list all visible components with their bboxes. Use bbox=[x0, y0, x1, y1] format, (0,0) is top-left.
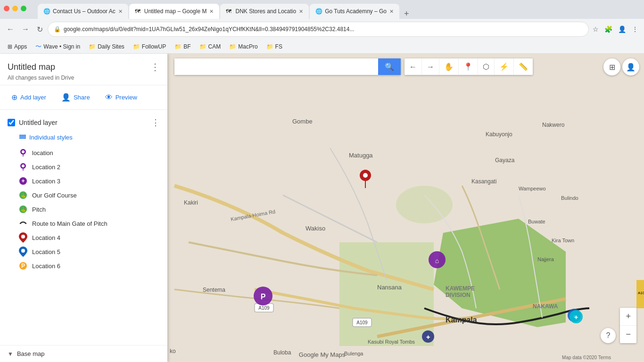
tab-close-dnk[interactable]: ✕ bbox=[299, 8, 303, 15]
bookmark-cam[interactable]: 📁 CAM bbox=[196, 42, 225, 51]
individual-styles[interactable]: Individual styles bbox=[0, 132, 167, 146]
bookmark-star-button[interactable]: ☆ bbox=[591, 24, 601, 35]
svg-text:+: + bbox=[574, 313, 578, 321]
tab-dnk[interactable]: 🗺 DNK Stores and Locatio ✕ bbox=[220, 4, 309, 19]
svg-text:Gombe: Gombe bbox=[292, 118, 313, 125]
list-item[interactable]: P Location 6 bbox=[0, 259, 167, 273]
marker-button[interactable]: 📍 bbox=[459, 58, 478, 75]
share-icon: 👤 bbox=[61, 93, 71, 102]
help-icon: ? bbox=[606, 331, 611, 340]
bookmark-wave-label: Wave • Sign in bbox=[43, 43, 80, 50]
bookmark-bf[interactable]: 📁 BF bbox=[171, 42, 194, 51]
list-item[interactable]: ⛳ Our Golf Course bbox=[0, 188, 167, 202]
pan-button[interactable]: ✋ bbox=[439, 58, 459, 75]
svg-point-1 bbox=[396, 186, 453, 223]
zoom-in-button[interactable]: + bbox=[620, 308, 636, 326]
undo-button[interactable]: ← bbox=[405, 59, 422, 75]
map-search-button[interactable]: 🔍 bbox=[378, 58, 401, 75]
list-item[interactable]: + Location 3 bbox=[0, 174, 167, 188]
location-name-4: Pitch bbox=[32, 206, 46, 213]
minimize-dot[interactable] bbox=[12, 6, 18, 11]
reload-button[interactable]: ↻ bbox=[34, 23, 46, 36]
svg-rect-51 bbox=[19, 135, 26, 136]
profile-button[interactable]: 👤 bbox=[616, 24, 628, 35]
bookmark-daily-sites[interactable]: 📁 Daily Sites bbox=[85, 42, 128, 51]
list-item[interactable]: Location 5 bbox=[0, 245, 167, 259]
svg-text:Gayaza: Gayaza bbox=[495, 157, 515, 164]
list-item[interactable]: ⛳ Pitch bbox=[0, 202, 167, 216]
location-icon-0 bbox=[19, 148, 27, 157]
macpro-icon: 📁 bbox=[229, 43, 236, 50]
location-name-1: Location 2 bbox=[32, 164, 60, 171]
bookmark-wave[interactable]: 〜 Wave • Sign in bbox=[32, 41, 84, 52]
svg-text:Kabuyonjo: Kabuyonjo bbox=[486, 131, 512, 138]
menu-button[interactable]: ⋮ bbox=[630, 24, 640, 35]
svg-text:P: P bbox=[261, 293, 266, 301]
maximize-dot[interactable] bbox=[21, 6, 26, 11]
draw-line-button[interactable]: ⚡ bbox=[495, 58, 514, 75]
address-bar[interactable]: 🔒 google.com/maps/d/u/0/edit?mid=1UA7hGL… bbox=[48, 22, 589, 37]
forward-button[interactable]: → bbox=[19, 23, 32, 35]
measure-button[interactable]: 📏 bbox=[514, 58, 533, 75]
list-item[interactable]: location bbox=[0, 146, 167, 160]
svg-text:Bulenga: Bulenga bbox=[344, 351, 363, 356]
base-map-chevron-icon: ▼ bbox=[8, 351, 13, 357]
bookmark-followup[interactable]: 📁 FollowUP bbox=[129, 42, 170, 51]
apps-grid-button[interactable]: ⊞ bbox=[603, 58, 620, 75]
map-search-input[interactable] bbox=[174, 58, 378, 75]
add-layer-label: Add layer bbox=[20, 94, 46, 101]
url-text: google.com/maps/d/u/0/edit?mid=1UA7hGLIw… bbox=[64, 26, 583, 33]
share-button[interactable]: 👤 Share bbox=[58, 91, 94, 104]
layer-title: Untitled layer bbox=[19, 119, 58, 126]
bookmark-macpro[interactable]: 📁 MacPro bbox=[225, 42, 261, 51]
bookmark-macpro-label: MacPro bbox=[238, 43, 257, 50]
svg-text:Sentema: Sentema bbox=[203, 287, 225, 293]
tab-close-contact[interactable]: ✕ bbox=[118, 8, 123, 15]
svg-text:A109: A109 bbox=[258, 305, 270, 311]
zoom-out-button[interactable]: − bbox=[620, 326, 636, 343]
new-tab-button[interactable]: + bbox=[400, 9, 413, 19]
panel-title: Untitled map bbox=[8, 62, 55, 72]
svg-text:P: P bbox=[21, 263, 25, 269]
add-layer-button[interactable]: ⊕ Add layer bbox=[8, 91, 50, 104]
base-map-section[interactable]: ▼ Base map bbox=[0, 345, 167, 362]
svg-text:Kira Town: Kira Town bbox=[552, 238, 574, 243]
back-button[interactable]: ← bbox=[4, 23, 17, 35]
svg-text:⛳: ⛳ bbox=[20, 192, 26, 198]
tab-close-map[interactable]: ✕ bbox=[209, 8, 214, 15]
location-icon-3: ⛳ bbox=[19, 191, 27, 199]
svg-text:NAKAWA: NAKAWA bbox=[533, 303, 558, 310]
preview-button[interactable]: 👁 Preview bbox=[101, 91, 141, 104]
list-item[interactable]: Route to Main Gate of Pitch bbox=[0, 216, 167, 230]
layer-checkbox[interactable] bbox=[8, 119, 15, 126]
svg-text:Wampeewo: Wampeewo bbox=[519, 186, 546, 191]
tab-contact[interactable]: 🌐 Contact Us – Outdoor Ac ✕ bbox=[38, 4, 128, 19]
tab-gotuts[interactable]: 🌐 Go Tuts Academny – Go ✕ bbox=[310, 4, 399, 19]
help-button[interactable]: ? bbox=[601, 328, 616, 343]
bookmark-fs[interactable]: 📁 FS bbox=[263, 42, 286, 51]
bookmark-cam-label: CAM bbox=[208, 43, 221, 50]
tab-label-dnk: DNK Stores and Locatio bbox=[235, 8, 296, 15]
user-location-button[interactable]: 👤 bbox=[622, 58, 639, 75]
extensions-button[interactable]: 🧩 bbox=[603, 24, 614, 35]
svg-point-55 bbox=[22, 165, 25, 167]
list-item[interactable]: Location 2 bbox=[0, 160, 167, 174]
location-name-5: Route to Main Gate of Pitch bbox=[32, 220, 107, 227]
location-name-8: Location 6 bbox=[32, 263, 60, 270]
redo-button[interactable]: → bbox=[422, 59, 439, 75]
map-container[interactable]: Kampala-Hoima Rd A109 A109 Gombe Kabuyon… bbox=[0, 54, 644, 362]
layer-menu-button[interactable]: ⋮ bbox=[151, 117, 160, 128]
svg-text:⌂: ⌂ bbox=[435, 257, 439, 264]
daily-sites-icon: 📁 bbox=[89, 43, 96, 50]
tab-close-gotuts[interactable]: ✕ bbox=[389, 8, 394, 15]
tab-untitled-map[interactable]: 🗺 Untitled map – Google M ✕ bbox=[129, 4, 220, 19]
bookmarks-bar: ⊞ Apps 〜 Wave • Sign in 📁 Daily Sites 📁 … bbox=[0, 40, 644, 54]
close-dot[interactable] bbox=[4, 6, 9, 11]
list-item[interactable]: Location 4 bbox=[0, 230, 167, 245]
bookmark-followup-label: FollowUP bbox=[142, 43, 166, 50]
add-layer-icon: ⊕ bbox=[11, 93, 17, 102]
panel-menu-button[interactable]: ⋮ bbox=[150, 61, 160, 73]
bookmark-apps[interactable]: ⊞ Apps bbox=[4, 42, 31, 51]
draw-shape-button[interactable]: ⬡ bbox=[478, 58, 495, 75]
tab-label-map: Untitled map – Google M bbox=[144, 8, 207, 15]
